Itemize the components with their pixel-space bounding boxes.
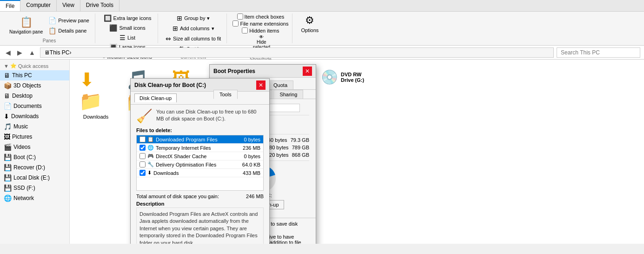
details-pane-btn[interactable]: 📋 Details pane <box>46 26 91 35</box>
back-btn[interactable]: ◀ <box>4 48 13 57</box>
sidebar-item-downloads[interactable]: ⬇ Downloads <box>0 111 69 121</box>
ribbon-group-current-view: ⊞ Group by ▾ ⊞ Add columns ▾ ⇔ Size all … <box>160 13 227 43</box>
properties-close-btn[interactable]: ✕ <box>303 67 312 76</box>
boot-drive-icon: 💾 <box>4 154 12 161</box>
ribbon-group-options: ⚙ Options <box>294 13 325 43</box>
sidebar-item-3d-objects[interactable]: 📦 3D Objects <box>0 80 69 91</box>
list-btn[interactable]: ☰ List <box>118 33 137 42</box>
description-label: Description <box>136 201 264 207</box>
preview-pane-btn[interactable]: 📄 Preview pane <box>46 16 91 25</box>
table-row[interactable]: 🌐 Temporary Internet Files 236 MB <box>137 144 263 152</box>
properties-title: Boot Properties <box>213 68 255 74</box>
content-area: ⬇📁 Downloads 🎵📁 Music 🖼📁 Pictures 💾 SSD … <box>70 60 644 244</box>
local-disk-e-icon: 💾 <box>4 174 12 181</box>
sidebar-item-this-pc[interactable]: 🖥 This PC <box>0 70 69 80</box>
file-icon-1: 🌐 <box>147 145 154 151</box>
ribbon-group-layout: 🔲 Extra large icons ⬛ Small icons ☰ List… <box>97 13 158 43</box>
properties-title-bar: Boot Properties ✕ <box>210 65 316 78</box>
sidebar: ▼ ⭐ Quick access 🖥 This PC 📦 3D Objects … <box>0 60 70 244</box>
file-icon-2: 🎮 <box>147 153 154 159</box>
size-all-columns-btn[interactable]: ⇔ Size all columns to fit <box>164 34 223 43</box>
table-row[interactable]: 🔧 Delivery Optimisation Files 64.0 KB <box>137 160 263 169</box>
group-by-btn[interactable]: ⊞ Group by ▾ <box>175 13 212 23</box>
details-icon: 📋 <box>48 27 56 34</box>
hidden-items-toggle[interactable]: Hidden items <box>242 27 279 33</box>
file-checkbox-2[interactable] <box>139 153 146 159</box>
add-columns-btn[interactable]: ⊞ Add columns ▾ <box>171 24 216 33</box>
tab-computer[interactable]: Computer <box>20 0 57 11</box>
file-icon-4: ⬇ <box>147 170 152 176</box>
tab-drive-tools[interactable]: Drive Tools <box>80 0 120 11</box>
tab-quota[interactable]: Quota <box>267 80 293 89</box>
options-icon: ⚙ <box>305 14 314 27</box>
sidebar-item-network[interactable]: 🌐 Network <box>0 193 69 203</box>
ssd-icon: 💾 <box>4 184 12 192</box>
description-box: Downloaded Program Files are ActiveX con… <box>136 207 264 244</box>
disk-cleanup-title: Disk Clean-up for Boot (C:) <box>134 82 206 88</box>
file-name-extensions-toggle[interactable]: File name extensions <box>232 20 288 27</box>
tab-tools[interactable]: Tools <box>213 90 238 99</box>
this-pc-icon: 🖥 <box>4 72 10 79</box>
panes-label: Panes <box>43 37 56 43</box>
file-checkbox-3[interactable] <box>139 161 146 167</box>
table-row[interactable]: 📋 Downloaded Program Files 0 bytes <box>137 135 263 144</box>
forward-btn[interactable]: ▶ <box>15 48 24 57</box>
files-list: 📋 Downloaded Program Files 0 bytes 🌐 Tem… <box>136 135 264 191</box>
ribbon-tab-bar: File Computer View Drive Tools <box>0 0 644 12</box>
disk-cleanup-dialog[interactable]: Disk Clean-up for Boot (C:) ✕ Disk Clean… <box>130 78 270 244</box>
file-icon-3: 🔧 <box>147 161 154 167</box>
search-input[interactable] <box>557 47 640 58</box>
sidebar-item-ssd[interactable]: 💾 SSD (F:) <box>0 183 69 193</box>
disk-cleanup-content: 🧹 You can use Disk Clean-up to free up t… <box>131 105 269 244</box>
sidebar-item-boot[interactable]: 💾 Boot (C:) <box>0 152 69 162</box>
file-checkbox-0[interactable] <box>139 136 146 142</box>
sidebar-item-pictures[interactable]: 🖼 Pictures <box>0 132 69 142</box>
address-path[interactable]: 🖥 This PC › <box>40 47 554 58</box>
options-btn[interactable]: ⚙ Options <box>298 13 321 34</box>
disk-cleanup-title-bar: Disk Clean-up for Boot (C:) ✕ <box>131 79 269 92</box>
disk-cleanup-close-btn[interactable]: ✕ <box>256 80 266 90</box>
total-row: Total amount of disk space you gain: 246… <box>136 194 264 199</box>
show-hide-items: Item check boxes File name extensions Hi… <box>232 13 288 33</box>
file-checkbox-1[interactable] <box>139 145 146 151</box>
file-checkbox-4[interactable] <box>139 170 146 176</box>
sidebar-item-desktop[interactable]: 🖥 Desktop <box>0 91 69 101</box>
preview-icon: 📄 <box>48 17 56 24</box>
navigation-pane-btn[interactable]: 📋 Navigation pane <box>7 15 45 35</box>
extra-large-icons-btn[interactable]: 🔲 Extra large icons <box>102 13 153 23</box>
sidebar-item-music[interactable]: 🎵 Music <box>0 121 69 132</box>
panes-items: 📋 Navigation pane 📄 Preview pane 📋 Detai… <box>7 13 91 37</box>
panes-col: 📄 Preview pane 📋 Details pane <box>46 16 91 35</box>
ribbon-group-panes: 📋 Navigation pane 📄 Preview pane 📋 Detai… <box>4 13 95 43</box>
sidebar-item-videos[interactable]: 🎬 Videos <box>0 142 69 152</box>
address-bar: ◀ ▶ ▲ 🖥 This PC › <box>0 46 644 60</box>
tab-sharing[interactable]: Sharing <box>273 90 303 99</box>
item-check-boxes-toggle[interactable]: Item check boxes <box>237 13 285 20</box>
ribbon-content: 📋 Navigation pane 📄 Preview pane 📋 Detai… <box>0 12 644 45</box>
file-icon-0: 📋 <box>147 136 154 142</box>
tab-file[interactable]: File <box>0 0 20 11</box>
3d-objects-icon: 📦 <box>4 82 12 89</box>
list-item[interactable]: ⬇📁 Downloads <box>77 67 114 121</box>
up-btn[interactable]: ▲ <box>27 48 37 57</box>
pictures-icon: 🖼 <box>4 133 10 140</box>
table-row[interactable]: ⬇ Downloads 433 MB <box>137 169 263 177</box>
desktop-icon: 🖥 <box>4 92 10 100</box>
layout-items: 🔲 Extra large icons ⬛ Small icons ☰ List <box>102 13 153 42</box>
sidebar-item-local-disk-e[interactable]: 💾 Local Disk (E:) <box>0 173 69 183</box>
sidebar-item-recover[interactable]: 💾 Recover (D:) <box>0 162 69 173</box>
music-icon: 🎵 <box>4 123 12 130</box>
recover-drive-icon: 💾 <box>4 164 12 171</box>
main-area: ▼ ⭐ Quick access 🖥 This PC 📦 3D Objects … <box>0 60 644 244</box>
sidebar-item-documents[interactable]: 📄 Documents <box>0 101 69 111</box>
nav-pane-icon: 📋 <box>20 16 33 28</box>
small-icons-btn[interactable]: ⬛ Small icons <box>107 23 147 33</box>
ribbon-group-show-hide: Item check boxes File name extensions Hi… <box>229 13 292 43</box>
tab-view[interactable]: View <box>57 0 80 11</box>
disk-cleanup-inner-tab: Disk Clean-up <box>131 92 269 105</box>
quick-access-section[interactable]: ▼ ⭐ Quick access <box>0 61 69 70</box>
dvd-drive-row: 💿 DVD RW Drive (G:) <box>321 69 373 85</box>
dvd-label: DVD RW Drive (G:) <box>341 72 373 83</box>
list-item[interactable]: 💿 DVD RW Drive (G:) <box>319 67 375 87</box>
table-row[interactable]: 🎮 DirectX Shader Cache 0 bytes <box>137 152 263 160</box>
